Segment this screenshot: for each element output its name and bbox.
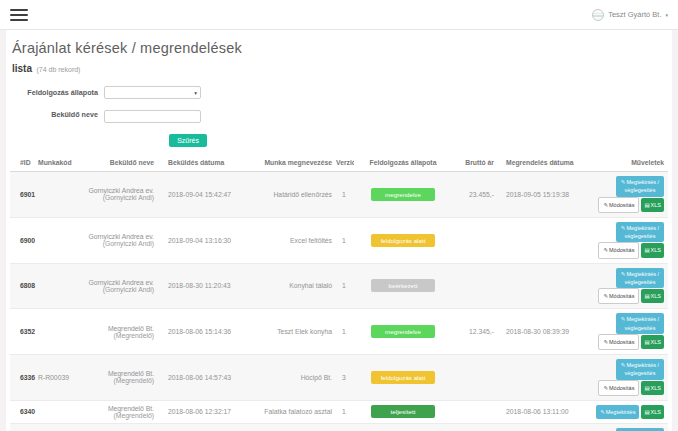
cell-sender: Gornyiczki Andrea ev.(Gornyiczki Andi) xyxy=(84,217,156,263)
table-row: 6901Gornyiczki Andrea ev.(Gornyiczki And… xyxy=(10,172,668,218)
button-label: Módosítás xyxy=(609,339,634,345)
orders-table: #IDMunkakódBeküldő neveBeküldés dátumaMu… xyxy=(10,155,668,431)
cell-status: feldolgozás alatt xyxy=(354,424,452,431)
view-button[interactable]: ✎Megtekintés xyxy=(596,405,639,419)
select-caret-icon: ▾ xyxy=(194,90,197,96)
cell-order-date xyxy=(496,217,580,263)
xls-button[interactable]: ▤XLS xyxy=(641,335,664,349)
cell-submitted-date: 2018-08-30 11:20:43 xyxy=(156,263,242,309)
column-header-5: Munka megnevezése xyxy=(242,155,334,172)
cell-actions: ✎Megtekintés / véglegesítés✎Módosítás▤XL… xyxy=(580,217,668,263)
pencil-icon: ✎ xyxy=(603,293,608,299)
cell-sender: Megrendelő Bt.(Megrendelő) xyxy=(84,424,156,431)
view-finalize-button[interactable]: ✎Megtekintés / véglegesítés xyxy=(616,268,664,289)
cell-gross-price xyxy=(452,217,496,263)
button-label: XLS xyxy=(651,247,661,253)
sender-filter-label: Beküldő neve xyxy=(10,110,104,119)
pencil-icon: ✎ xyxy=(603,247,608,253)
top-navbar: Teszt Gyártó Bt. ▾ xyxy=(0,0,678,30)
button-label: XLS xyxy=(651,409,661,415)
pencil-icon: ✎ xyxy=(621,179,626,185)
filter-form: Feldolgozás állapota ▾ Beküldő neve Szűr… xyxy=(10,82,668,149)
status-badge: megrendelve xyxy=(371,325,435,338)
company-avatar xyxy=(592,9,604,21)
pencil-icon: ✎ xyxy=(621,271,626,277)
cell-workcode xyxy=(36,172,84,218)
cell-submitted-date: 2018-08-06 15:14:36 xyxy=(156,309,242,355)
modify-button[interactable]: ✎Módosítás xyxy=(598,334,639,350)
cell-job-name: Hócipő Bt. xyxy=(242,355,334,401)
cell-actions: ✎Megtekintés▤XLS xyxy=(580,400,668,423)
cell-workcode xyxy=(36,400,84,423)
cell-job-name: Teszt Elek konyha xyxy=(242,309,334,355)
button-label: Módosítás xyxy=(609,202,634,208)
button-label: Megtekintés xyxy=(606,409,636,415)
cell-job-name: Excel feltöltés xyxy=(242,217,334,263)
cell-status: feldolgozás alatt xyxy=(354,355,452,401)
cell-job-name: Konyhai tálaló xyxy=(242,263,334,309)
cell-gross-price xyxy=(452,424,496,431)
cell-actions: ✎Megtekintés / véglegesítés✎Módosítás▤XL… xyxy=(580,309,668,355)
cell-id: 6340 xyxy=(10,400,36,423)
modify-button[interactable]: ✎Módosítás xyxy=(598,380,639,396)
cell-workcode xyxy=(36,263,84,309)
cell-actions: ✎Megtekintés / véglegesítés✎Módosítás▤XL… xyxy=(580,263,668,309)
modify-button[interactable]: ✎Módosítás xyxy=(598,242,639,258)
cell-gross-price xyxy=(452,400,496,423)
button-label: Módosítás xyxy=(609,385,634,391)
column-header-10: Műveletek xyxy=(580,155,668,172)
button-label: Megtekintés / véglegesítés xyxy=(625,362,660,376)
table-row: 6808Gornyiczki Andrea ev.(Gornyiczki And… xyxy=(10,263,668,309)
button-label: Megtekintés / véglegesítés xyxy=(625,271,660,285)
status-badge: megrendelve xyxy=(371,188,435,201)
column-header-2: Munkakód xyxy=(36,155,84,172)
pencil-icon: ✎ xyxy=(621,316,626,322)
status-filter-label: Feldolgozás állapota xyxy=(10,88,104,97)
cell-workcode xyxy=(36,217,84,263)
button-label: Megtekintés / véglegesítés xyxy=(625,179,660,193)
cell-sender: Gornyiczki Andrea ev.(Gornyiczki Andi) xyxy=(84,172,156,218)
column-header-8: Bruttó ár xyxy=(452,155,496,172)
file-icon: ▤ xyxy=(644,385,649,391)
menu-hamburger-icon[interactable] xyxy=(10,6,28,24)
table-row: 6900Gornyiczki Andrea ev.(Gornyiczki And… xyxy=(10,217,668,263)
status-badge: beérkezett xyxy=(371,279,435,292)
xls-button[interactable]: ▤XLS xyxy=(641,243,664,257)
cell-submitted-date: 2018-08-06 14:57:43 xyxy=(156,355,242,401)
view-finalize-button[interactable]: ✎Megtekintés / véglegesítés xyxy=(616,359,664,380)
page-title: Árajánlat kérések / megrendelések xyxy=(10,30,668,58)
view-finalize-button[interactable]: ✎Megtekintés / véglegesítés xyxy=(616,222,664,243)
file-icon: ▤ xyxy=(644,339,649,345)
xls-button[interactable]: ▤XLS xyxy=(641,405,664,419)
file-icon: ▤ xyxy=(644,293,649,299)
column-header-3: Beküldő neve xyxy=(84,155,156,172)
view-finalize-button[interactable]: ✎Megtekintés / véglegesítés xyxy=(616,313,664,334)
cell-id: 6901 xyxy=(10,172,36,218)
table-row: 6336R-R00039Megrendelő Bt.(Megrendelő)20… xyxy=(10,355,668,401)
file-icon: ▤ xyxy=(644,247,649,253)
cell-sender: Megrendelő Bt.(Megrendelő) xyxy=(84,355,156,401)
modify-button[interactable]: ✎Módosítás xyxy=(598,197,639,213)
xls-button[interactable]: ▤XLS xyxy=(641,381,664,395)
cell-version: 1 xyxy=(334,424,354,431)
user-menu[interactable]: Teszt Gyártó Bt. ▾ xyxy=(592,9,668,21)
cell-sender: Gornyiczki Andrea ev.(Gornyiczki Andi) xyxy=(84,263,156,309)
status-badge: feldolgozás alatt xyxy=(371,371,435,384)
view-finalize-button[interactable]: ✎Megtekintés / véglegesítés xyxy=(616,176,664,197)
cell-status: megrendelve xyxy=(354,172,452,218)
status-badge: teljesített xyxy=(371,405,435,418)
cell-actions: ✎Megtekintés / véglegesítés✎Módosítás▤XL… xyxy=(580,355,668,401)
table-header-row: #IDMunkakódBeküldő neveBeküldés dátumaMu… xyxy=(10,155,668,172)
cell-actions: ✎Megtekintés / véglegesítés✎Módosítás▤XL… xyxy=(580,172,668,218)
cell-order-date: 2018-09-05 15:19:38 xyxy=(496,172,580,218)
filter-submit-button[interactable]: Szűrés xyxy=(169,134,207,147)
sender-filter-input[interactable] xyxy=(104,110,201,123)
user-name: Teszt Gyártó Bt. xyxy=(608,10,661,19)
status-filter-select[interactable]: ▾ xyxy=(104,86,201,99)
cell-order-date xyxy=(496,355,580,401)
pencil-icon: ✎ xyxy=(600,409,605,415)
cell-order-date xyxy=(496,263,580,309)
modify-button[interactable]: ✎Módosítás xyxy=(598,288,639,304)
xls-button[interactable]: ▤XLS xyxy=(641,198,664,212)
xls-button[interactable]: ▤XLS xyxy=(641,289,664,303)
